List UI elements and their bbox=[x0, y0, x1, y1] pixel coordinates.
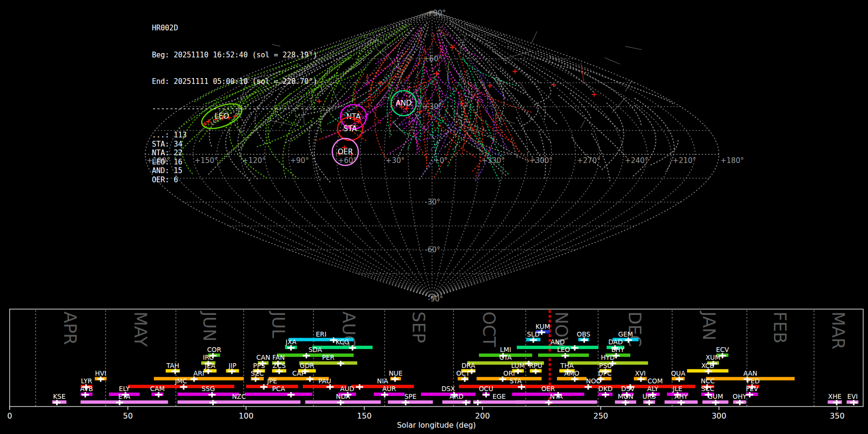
shower-label: NOO bbox=[586, 377, 601, 385]
meteor-trail bbox=[421, 35, 429, 55]
meteor-streak bbox=[409, 87, 420, 95]
shower-bar bbox=[81, 400, 168, 404]
axis-tick-label: 50 bbox=[123, 411, 133, 420]
shower-label: SPE bbox=[404, 393, 416, 400]
shower-label: ELY bbox=[119, 385, 130, 393]
shower-label: HYD bbox=[601, 353, 615, 361]
shower-label: XHE bbox=[828, 393, 841, 400]
shower-count-line: STA: 34 bbox=[152, 140, 326, 149]
shower-label: JMC bbox=[175, 377, 187, 385]
shower-label: IRC bbox=[203, 353, 214, 361]
axis-tick-label: 300 bbox=[712, 411, 727, 420]
radiant-plot-screenshot: LEONTASTAOERAND+90°-90°+60°+30°-30°-60°+… bbox=[0, 0, 868, 434]
shower-count-line: LEO: 16 bbox=[152, 158, 326, 167]
shower-label: URS bbox=[642, 393, 656, 400]
lon-label: +210° bbox=[673, 156, 696, 165]
radiant-label: AND bbox=[395, 99, 411, 108]
meteor-trail bbox=[426, 68, 462, 106]
shower-label: NIA bbox=[377, 377, 389, 385]
shower-label: ARI bbox=[193, 369, 204, 377]
meteor-trail bbox=[558, 95, 627, 159]
meteor-streak bbox=[612, 98, 626, 113]
shower-label: AAN bbox=[743, 369, 757, 377]
pole-bottom-label: -90° bbox=[428, 295, 443, 303]
axis-tick-label: 350 bbox=[830, 411, 845, 420]
shower-label: NUE bbox=[389, 369, 403, 377]
radiant-label: OER bbox=[338, 148, 353, 156]
shower-bar bbox=[177, 400, 300, 404]
shower-label: ECV bbox=[716, 346, 730, 353]
shower-label: NDA bbox=[336, 393, 351, 400]
axis-title: Solar longitude (deg) bbox=[397, 421, 476, 430]
shower-label: ALY bbox=[647, 385, 659, 393]
meteor-trail bbox=[533, 87, 551, 105]
meteor-streak bbox=[329, 81, 339, 106]
shower-label: GDR bbox=[299, 362, 314, 369]
shower-label: KUM bbox=[536, 323, 550, 330]
shower-label: PAU bbox=[318, 377, 331, 385]
meteor-streak bbox=[373, 103, 386, 109]
station-id: HR002D bbox=[152, 24, 326, 33]
shower-label: GEM bbox=[618, 330, 633, 338]
lon-label: +0° bbox=[434, 156, 448, 165]
shower-label: AUD bbox=[340, 385, 354, 393]
shower-label: ERI bbox=[316, 330, 326, 338]
shower-label: OBS bbox=[577, 330, 590, 338]
pole-top-label: +90° bbox=[427, 9, 446, 17]
lat-label: +60° bbox=[423, 54, 442, 63]
shower-label: SZC bbox=[251, 369, 264, 377]
shower-label: ZCS bbox=[272, 362, 285, 369]
meteor-streak bbox=[376, 48, 384, 56]
shower-label: XCB bbox=[701, 362, 714, 369]
meteor-trail bbox=[481, 81, 537, 164]
shower-label: DKD bbox=[598, 385, 613, 393]
shower-label: OCT bbox=[456, 369, 470, 377]
shower-label: XUM bbox=[705, 353, 720, 361]
shower-label: NCC bbox=[701, 377, 715, 385]
meteor-trail bbox=[512, 139, 518, 160]
shower-bar bbox=[512, 393, 584, 396]
shower-label: JPE bbox=[267, 377, 277, 385]
shower-label: DSV bbox=[621, 385, 635, 393]
shower-label: ORI bbox=[503, 369, 515, 377]
meteor-streak bbox=[581, 121, 585, 128]
axis-tick-label: 0 bbox=[7, 411, 12, 420]
header-separator: ---------------------------------------- bbox=[152, 104, 326, 113]
shower-label: LMI bbox=[500, 346, 511, 353]
lon-label: +60° bbox=[338, 156, 357, 165]
axis-tick-label: 250 bbox=[593, 411, 608, 420]
meteor-streak bbox=[419, 46, 421, 59]
shower-label: DPC bbox=[598, 369, 611, 377]
shower-label: AUR bbox=[382, 385, 396, 393]
meteor-trail bbox=[550, 57, 642, 127]
shower-label: CTA bbox=[499, 353, 512, 361]
shower-label: STA bbox=[510, 377, 522, 385]
shower-count-line: NTA: 22 bbox=[152, 149, 326, 158]
shower-label: GUM bbox=[708, 393, 723, 400]
shower-label: JXA bbox=[285, 338, 297, 346]
meteor-trail bbox=[472, 84, 531, 112]
shower-bar bbox=[245, 393, 312, 396]
shower-label: PCA bbox=[272, 385, 285, 393]
shower-bar bbox=[374, 393, 405, 396]
shower-label: OCU bbox=[479, 385, 493, 393]
meteor-trail bbox=[334, 28, 420, 107]
axis-tick-label: 150 bbox=[357, 411, 372, 420]
shower-label: PPS bbox=[253, 362, 265, 369]
radiant-label: STA bbox=[343, 124, 357, 133]
shower-count-line: OER: 6 bbox=[152, 176, 326, 185]
month-label: MAR bbox=[828, 312, 848, 349]
shower-label: AMO bbox=[564, 369, 580, 377]
axis-tick-label: 200 bbox=[475, 411, 490, 420]
shower-count-line: AND: 15 bbox=[152, 166, 326, 176]
shower-label: SSG bbox=[202, 385, 215, 393]
shower-label: NTA bbox=[550, 393, 563, 400]
lat-label: +30° bbox=[423, 102, 442, 111]
shower-label: DAD bbox=[609, 338, 623, 346]
shower-label: CAM bbox=[150, 385, 164, 393]
lon-label: +240° bbox=[625, 156, 649, 165]
shower-label: JLE bbox=[672, 385, 682, 393]
shower-label: NZC bbox=[232, 393, 246, 400]
shower-label: ETA bbox=[118, 393, 131, 400]
meteor-trail bbox=[419, 130, 441, 180]
